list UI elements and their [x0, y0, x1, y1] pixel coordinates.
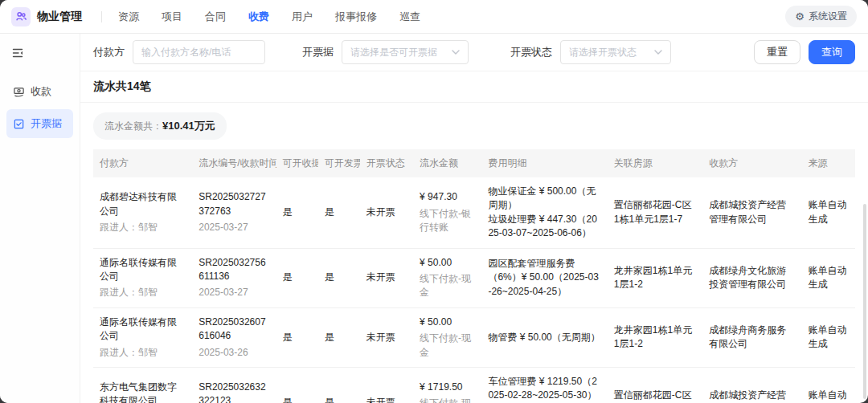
receipt-flag-cell: 是 — [276, 248, 318, 307]
invoice-flag-cell: 是 — [318, 367, 360, 403]
vertical-scrollbar[interactable] — [863, 204, 866, 399]
collection-date: 2025-03-27 — [199, 221, 269, 234]
nav-item-resources[interactable]: 资源 — [118, 10, 139, 24]
source-cell: 账单自动生成 — [802, 248, 855, 307]
table-body: 成都碧达科技有限公司跟进人：邹智SR20250327273727632025-0… — [93, 177, 855, 403]
amount-cell: ¥ 50.00线下付款-现金 — [413, 248, 481, 307]
source-label: 账单自动生成 — [809, 264, 849, 292]
sidebar-item-label: 开票据 — [31, 116, 62, 131]
column-header: 流水编号/收款时间 — [192, 149, 276, 177]
nav-item-repairs[interactable]: 报事报修 — [335, 10, 377, 24]
follower-label: 跟进人：邹智 — [100, 286, 186, 299]
total-amount-label: 流水金额共： — [104, 120, 162, 133]
payer-name: 通际名联传媒有限公司 — [100, 256, 186, 284]
payer-cell: 通际名联传媒有限公司跟进人：邹智 — [93, 307, 192, 367]
summary-badge-row: 流水金额共： ¥10.41万元 — [80, 103, 868, 148]
nav-item-contracts[interactable]: 合同 — [205, 10, 226, 24]
serial-cell: SR20250327566111362025-03-27 — [192, 248, 276, 307]
reset-button[interactable]: 重置 — [754, 40, 800, 64]
invoice-flag: 是 — [325, 206, 354, 219]
filter-bar: 付款方 开票据 请选择是否可开票据 开票状态 请选择开票状态 — [80, 34, 868, 71]
source-label: 账单自动生成 — [809, 389, 849, 403]
column-header: 付款方 — [93, 149, 192, 177]
table-row[interactable]: 成都碧达科技有限公司跟进人：邹智SR20250327273727632025-0… — [93, 177, 855, 248]
fee-detail-line: 园区配套管理服务费（6%）¥ 50.00（2025-03-26~2025-04-… — [488, 257, 600, 299]
flow-serial: SR2025032727372763 — [199, 190, 269, 218]
payer-filter-label: 付款方 — [93, 45, 125, 59]
receipt-flag-cell: 是 — [276, 307, 318, 367]
detail-cell: 车位管理费 ¥ 1219.50（2025-02-28~2025-05-30）物业… — [481, 367, 607, 403]
nav-item-charges[interactable]: 收费 — [248, 10, 269, 24]
receipt-flag: 是 — [283, 331, 312, 344]
payer-name: 成都碧达科技有限公司 — [100, 190, 186, 218]
system-settings-label: 系统设置 — [809, 10, 847, 23]
nav-item-inspection[interactable]: 巡查 — [399, 10, 420, 24]
invoice-select[interactable]: 请选择是否可开票据 — [342, 40, 469, 64]
detail-cell: 园区配套管理服务费（6%）¥ 50.00（2025-03-26~2025-04-… — [481, 248, 607, 307]
nav-item-users[interactable]: 用户 — [292, 10, 313, 24]
total-amount-badge: 流水金额共： ¥10.41万元 — [93, 112, 227, 140]
chevron-down-icon — [654, 50, 662, 55]
nav-divider — [101, 11, 102, 22]
column-header: 收款方 — [702, 149, 801, 177]
app-logo-icon — [11, 7, 31, 26]
amount-cell: ¥ 947.30线下付款-银行转账 — [413, 177, 481, 248]
amount-cell: ¥ 50.00线下付款-现金 — [413, 307, 481, 367]
invoice-flag-cell: 是 — [318, 177, 360, 248]
property-cell: 龙井家园1栋1单元1层1-2 — [608, 248, 703, 307]
payee-cell: 成都绿舟文化旅游投资管理有限公司 — [702, 248, 801, 307]
column-header: 可开收据 — [276, 149, 318, 177]
source-cell: 账单自动生成 — [802, 177, 855, 248]
main-content: 付款方 开票据 请选择是否可开票据 开票状态 请选择开票状态 — [80, 34, 868, 403]
chevron-down-icon — [452, 50, 460, 55]
column-header: 开票状态 — [360, 149, 413, 177]
flow-serial: SR2025032756611136 — [199, 256, 269, 284]
payment-method: 线下付款-现金 — [420, 272, 475, 300]
payee-name: 成都绿舟文化旅游投资管理有限公司 — [709, 264, 795, 292]
payment-method: 线下付款-银行转账 — [420, 207, 475, 235]
flow-table: 付款方流水编号/收款时间可开收据可开发票开票状态流水金额费用明细关联房源收款方来… — [93, 149, 855, 403]
column-header: 可开发票 — [318, 149, 360, 177]
linked-property: 置信丽都花园-C区1栋1单元1层1-7 — [614, 198, 697, 226]
table-row[interactable]: 东方电气集团数字科技有限公司跟进人：邹智SR202503263232212320… — [93, 367, 855, 403]
table-header-row: 付款方流水编号/收款时间可开收据可开发票开票状态流水金额费用明细关联房源收款方来… — [93, 149, 855, 177]
invoice-flag: 是 — [325, 331, 354, 344]
property-cell: 置信丽都花园-C区1栋1单元1层1-5 — [608, 367, 703, 403]
sidebar-item-collection[interactable]: 收款 — [6, 77, 73, 106]
collection-date: 2025-03-27 — [199, 286, 269, 299]
payee-cell: 成都城投资产经营管理有限公司 — [702, 367, 801, 403]
receipt-flag-cell: 是 — [276, 367, 318, 403]
flow-serial: SR2025032632322123 — [199, 381, 269, 403]
flow-amount: ¥ 1719.50 — [420, 381, 475, 394]
flow-count-title: 流水共14笔 — [80, 71, 868, 103]
payer-search-input[interactable] — [133, 40, 265, 64]
column-header: 来源 — [802, 149, 855, 177]
invoice-flag: 是 — [325, 271, 354, 284]
nav-item-projects[interactable]: 项目 — [162, 10, 182, 24]
payer-cell: 成都碧达科技有限公司跟进人：邹智 — [93, 177, 192, 248]
linked-property: 龙井家园1栋1单元1层1-2 — [614, 264, 697, 292]
invoice-status-select[interactable]: 请选择开票状态 — [560, 40, 671, 64]
receipt-flag: 是 — [283, 206, 312, 219]
serial-cell: SR20250326323221232025-03-26 — [192, 367, 276, 403]
table-row[interactable]: 通际名联传媒有限公司跟进人：邹智SR20250326076160462025-0… — [93, 307, 855, 367]
table-row[interactable]: 通际名联传媒有限公司跟进人：邹智SR20250327566111362025-0… — [93, 248, 855, 307]
sidebar-collapse-icon[interactable] — [6, 42, 73, 74]
detail-cell: 物业保证金 ¥ 500.00（无周期）垃圾处理费 ¥ 447.30（2025-0… — [481, 177, 607, 248]
app-title: 物业管理 — [37, 10, 82, 24]
gear-icon: ⚙ — [795, 11, 805, 22]
sidebar-item-invoices[interactable]: 开票据 — [6, 109, 73, 138]
fee-detail-line: 物管费 ¥ 50.00（无周期） — [488, 331, 600, 344]
invoice-filter-label: 开票据 — [302, 45, 334, 59]
invoice-select-placeholder: 请选择是否可开票据 — [350, 46, 437, 59]
query-button[interactable]: 查询 — [809, 40, 855, 64]
app-window: 物业管理 资源 项目 合同 收费 用户 报事报修 巡查 ⚙ 系统设置 — [0, 0, 868, 403]
payment-method: 线下付款-现金 — [420, 397, 475, 403]
invoice-status: 未开票 — [366, 206, 407, 219]
total-amount-value: ¥10.41万元 — [162, 119, 215, 133]
fee-detail-line: 垃圾处理费 ¥ 447.30（2025-03-07~2025-06-06） — [488, 213, 600, 241]
source-cell: 账单自动生成 — [802, 307, 855, 367]
status-cell: 未开票 — [360, 248, 413, 307]
system-settings-button[interactable]: ⚙ 系统设置 — [785, 6, 857, 27]
invoice-status: 未开票 — [366, 271, 407, 284]
